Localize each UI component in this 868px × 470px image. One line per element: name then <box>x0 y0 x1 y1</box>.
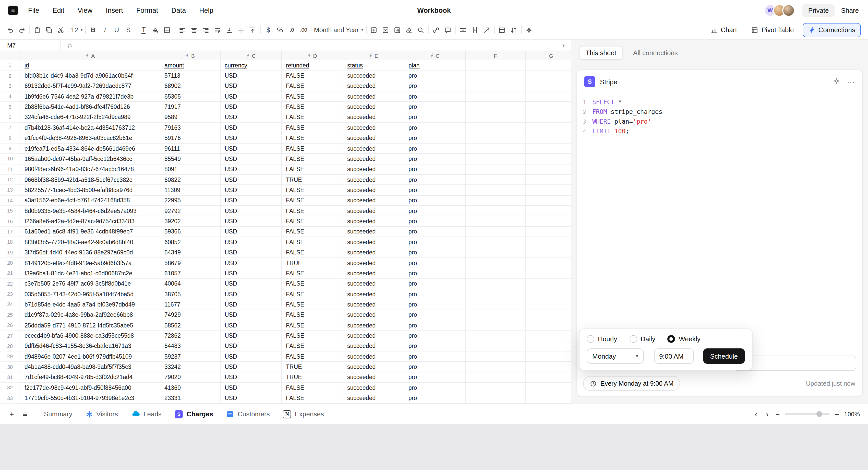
cell[interactable]: USD <box>221 144 282 154</box>
row-number[interactable]: 21 <box>0 268 21 279</box>
cell[interactable]: pro <box>404 185 466 196</box>
align-right-button[interactable] <box>200 23 212 36</box>
cell[interactable]: succeeded <box>343 393 404 404</box>
cell[interactable]: pro <box>404 144 466 154</box>
cell[interactable]: 11677 <box>160 300 221 310</box>
insert-cells-button[interactable] <box>368 23 380 36</box>
cell[interactable]: 58562 <box>160 320 221 331</box>
strikethrough-button[interactable]: S <box>123 23 134 36</box>
cell[interactable]: pro <box>404 268 466 279</box>
cell[interactable] <box>526 102 571 112</box>
tab-all-connections[interactable]: All connections <box>627 47 684 59</box>
cell[interactable] <box>526 123 571 133</box>
insert-row-button[interactable] <box>457 23 469 36</box>
row-number[interactable]: 26 <box>0 320 21 331</box>
cell[interactable]: 57113 <box>160 71 221 81</box>
cell[interactable] <box>526 393 571 404</box>
cell[interactable]: pro <box>404 133 466 144</box>
cell[interactable]: 58225577-1cec-4bd3-8500-efaf88ca976d <box>21 185 160 196</box>
increase-decimals-button[interactable]: .00 <box>298 23 309 36</box>
row-number[interactable]: 31 <box>0 373 21 383</box>
cell[interactable]: succeeded <box>343 289 404 300</box>
text-wrap-button[interactable] <box>212 23 224 36</box>
share-button[interactable]: Share <box>840 3 860 17</box>
cell[interactable]: pro <box>404 206 466 216</box>
schedule-option-weekly[interactable]: Weekly <box>668 335 701 343</box>
schedule-option-hourly[interactable]: Hourly <box>587 335 617 343</box>
cell[interactable]: pro <box>404 362 466 373</box>
italic-button[interactable]: I <box>99 23 111 36</box>
cell[interactable]: pro <box>404 216 466 227</box>
cell[interactable]: pro <box>404 123 466 133</box>
cell[interactable]: 65305 <box>160 91 221 102</box>
row-number[interactable]: 1 <box>0 60 21 71</box>
row-number[interactable]: 11 <box>0 164 21 175</box>
menu-insert[interactable]: Insert <box>106 6 123 14</box>
cell[interactable]: 40064 <box>160 279 221 289</box>
cell[interactable]: pro <box>404 237 466 247</box>
align-center-button[interactable] <box>188 23 200 36</box>
cell[interactable]: USD <box>221 393 282 404</box>
cell[interactable]: 1b9fd6e6-7546-4ea2-927a-d79821f7de3b <box>21 91 160 102</box>
clear-formatting-button[interactable] <box>403 23 415 36</box>
cell[interactable]: pro <box>404 196 466 206</box>
cell[interactable] <box>466 185 526 196</box>
cell[interactable]: FALSE <box>282 279 343 289</box>
cell[interactable]: FALSE <box>282 351 343 362</box>
cell[interactable]: FALSE <box>282 154 343 164</box>
cell[interactable]: 8091 <box>160 164 221 175</box>
cell[interactable]: 8d0b9335-9e3b-4584-b464-c6d2ee57a093 <box>21 206 160 216</box>
cell[interactable]: USD <box>221 216 282 227</box>
cell[interactable]: TRUE <box>282 373 343 383</box>
cell[interactable] <box>466 227 526 237</box>
app-logo-icon[interactable]: ≡ <box>8 5 18 15</box>
cell[interactable]: succeeded <box>343 196 404 206</box>
cell[interactable]: 59366 <box>160 227 221 237</box>
next-sheet-icon[interactable]: › <box>764 409 771 419</box>
cell[interactable]: 2b88f6ba-541c-4ad1-bf86-dfe4f760d126 <box>21 102 160 112</box>
tab-this-sheet[interactable]: This sheet <box>579 46 623 60</box>
row-number[interactable]: 6 <box>0 112 21 123</box>
cell[interactable]: 165aab00-dc07-45ba-9aff-5ce12b6436cc <box>21 154 160 164</box>
cell[interactable] <box>466 91 526 102</box>
cell[interactable]: FALSE <box>282 102 343 112</box>
cell[interactable]: 25ddda59-d771-4910-8712-f4d5fc35abe5 <box>21 320 160 331</box>
cell[interactable]: FALSE <box>282 268 343 279</box>
cell[interactable]: 69132ded-5f7f-4c99-9af2-7269daedc877 <box>21 81 160 91</box>
cell[interactable]: FALSE <box>282 320 343 331</box>
cell[interactable] <box>466 206 526 216</box>
zoom-slider-knob[interactable] <box>816 411 822 417</box>
cell[interactable]: f266a8e6-a42a-4d2e-87ac-9d754cd33483 <box>21 216 160 227</box>
cell[interactable]: d4b1a488-cdd0-49a8-ba98-9abf5f7f35c3 <box>21 362 160 373</box>
cell[interactable]: 59176 <box>160 133 221 144</box>
formula-expand-icon[interactable]: ▾ <box>562 43 565 48</box>
row-number[interactable]: 30 <box>0 362 21 373</box>
cell[interactable]: FALSE <box>282 71 343 81</box>
cell[interactable]: status <box>343 60 404 71</box>
cell[interactable]: 81491205-ef9c-4fd8-919e-5ab9d6b3f57a <box>21 258 160 268</box>
connections-button[interactable]: Connections <box>802 23 861 37</box>
cell[interactable]: FALSE <box>282 185 343 196</box>
cell[interactable]: USD <box>221 206 282 216</box>
cell[interactable]: succeeded <box>343 144 404 154</box>
row-number[interactable]: 32 <box>0 383 21 393</box>
column-header-6[interactable]: C <box>404 51 466 60</box>
cell[interactable]: succeeded <box>343 71 404 81</box>
cell[interactable]: 0668bf38-85b9-42b1-a518-51cf67cc382c <box>21 175 160 185</box>
cell[interactable]: USD <box>221 300 282 310</box>
cell[interactable]: succeeded <box>343 227 404 237</box>
prev-sheet-icon[interactable]: ‹ <box>753 409 759 419</box>
corner-cell[interactable] <box>0 51 21 60</box>
cell[interactable]: 3f7d56df-4d40-44ec-9136-88e297a69c0d <box>21 247 160 258</box>
cell[interactable]: USD <box>221 268 282 279</box>
cell[interactable]: FALSE <box>282 237 343 247</box>
cell[interactable]: 59237 <box>160 351 221 362</box>
cell[interactable]: USD <box>221 383 282 393</box>
cell[interactable]: 64483 <box>160 341 221 351</box>
cell[interactable] <box>466 71 526 81</box>
cell[interactable]: b71d854e-e4dc-4aa5-a7a4-bf03e97dbd49 <box>21 300 160 310</box>
cell[interactable]: succeeded <box>343 268 404 279</box>
tab-expenses[interactable]: NExpenses <box>278 407 329 421</box>
cell[interactable] <box>526 133 571 144</box>
cell[interactable]: e1fcc4f9-de38-4926-8963-e03cac82b61e <box>21 133 160 144</box>
